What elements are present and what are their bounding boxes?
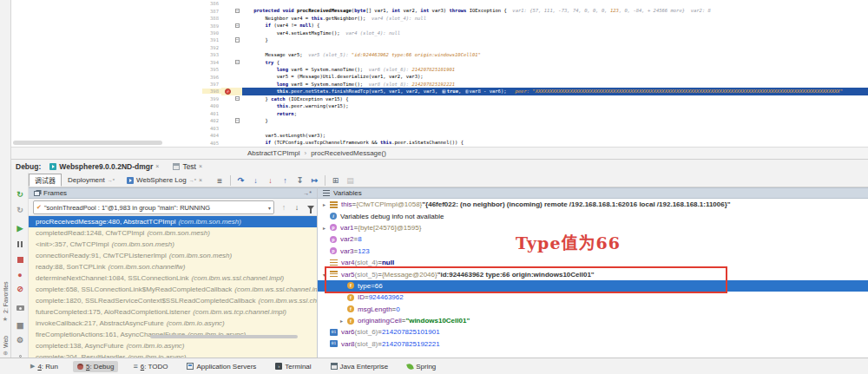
- variable-row[interactable]: fID = 924463962: [318, 292, 868, 303]
- thread-dropdown[interactable]: ✔ "sonInThreadPool : 1"@1,983 in group "…: [33, 200, 274, 214]
- mute-breakpoints-button[interactable]: ⊘: [13, 283, 27, 295]
- frame-row[interactable]: connectionReady:91, CfwTCPListenerImpl(c…: [29, 250, 317, 261]
- code-line[interactable]: 396 var5 = (Message)Util.deserialize(var…: [202, 73, 868, 80]
- next-frame-icon[interactable]: ↓: [291, 201, 303, 213]
- line-number[interactable]: 402: [202, 118, 221, 123]
- code-line[interactable]: 401 return;: [202, 110, 868, 117]
- frame-row[interactable]: complete:1820, SSLReadServiceContext$SSL…: [29, 295, 317, 306]
- variable-row[interactable]: ftype = 66: [318, 280, 868, 292]
- expand-chevron-icon[interactable]: ▾: [323, 272, 330, 278]
- line-number[interactable]: 392: [202, 45, 221, 50]
- line-number[interactable]: 403: [202, 126, 221, 131]
- code-line[interactable]: 393 Message var5; var5 (slot_5): "id:924…: [202, 51, 868, 58]
- code-line[interactable]: 389− if (var4 != null) {: [202, 22, 868, 29]
- toolwindow-button-application-servers[interactable]: Application Servers: [182, 361, 260, 372]
- run-to-cursor-icon[interactable]: ↦: [307, 174, 322, 187]
- code-line[interactable]: 399− } catch (IOException var15) {: [202, 95, 868, 102]
- line-number[interactable]: 401: [202, 111, 221, 116]
- variable-row[interactable]: ▸this = {CfwTCPImpl@1058} "{46fef022: (n…: [318, 199, 868, 210]
- variable-row[interactable]: ▸foriginatingCell = "windows10Cell01": [318, 315, 868, 326]
- layout-menu-icon[interactable]: ≡: [217, 176, 222, 186]
- code-editor[interactable]: 386387− protected void procReceivedMessa…: [202, 0, 868, 147]
- code-line[interactable]: 388 Neighbor var4 = this.getNeighbor(); …: [202, 15, 868, 22]
- fold-icon[interactable]: −: [235, 9, 240, 14]
- variable-row[interactable]: iVariables debug info not available: [318, 210, 868, 221]
- code-line[interactable]: 386: [202, 0, 868, 7]
- line-number[interactable]: 390: [202, 30, 221, 36]
- step-over-icon[interactable]: ↷: [233, 174, 248, 187]
- code-line[interactable]: 402− }: [202, 117, 868, 124]
- hide-library-frames-filter-icon[interactable]: [305, 201, 317, 213]
- line-number[interactable]: 400: [202, 103, 221, 108]
- frame-row[interactable]: complete:658, SSLConnectionLink$MyReadCo…: [29, 284, 317, 295]
- variables-panel[interactable]: ▸this = {CfwTCPImpl@1058} "{46fef022: (n…: [318, 199, 868, 358]
- sidebar-item-web[interactable]: ⊕ Web: [0, 326, 11, 356]
- line-number[interactable]: 399: [202, 96, 221, 102]
- code-line[interactable]: 390 var4.setLastMsgTime(); var4 (slot_4)…: [202, 30, 868, 36]
- rerun-secondary-button[interactable]: ↻: [13, 204, 27, 216]
- frame-row[interactable]: futureCompleted:175, AioReadCompletionLi…: [29, 306, 317, 318]
- code-line[interactable]: 398✓ this.peer.netStats.finishReadTcp(va…: [202, 88, 868, 95]
- stop-button[interactable]: [13, 253, 27, 266]
- inactive-tool-icon[interactable]: ▤: [343, 174, 358, 187]
- code-line[interactable]: 391− }: [202, 36, 868, 43]
- rerun-button[interactable]: ↻: [13, 188, 27, 200]
- close-icon[interactable]: ×: [199, 177, 202, 183]
- line-number[interactable]: 405: [202, 141, 221, 146]
- close-icon[interactable]: ×: [155, 163, 159, 169]
- tab-websphere-log[interactable]: WebSphere Log→*×: [121, 174, 208, 187]
- expand-chevron-icon[interactable]: ▸: [323, 201, 330, 207]
- frame-row[interactable]: ready:88, SonTCPLink(com.ibm.son.channel…: [29, 261, 317, 272]
- frame-row[interactable]: completedRead:1248, CfwTCPImpl(com.ibm.s…: [29, 227, 317, 239]
- code-line[interactable]: 395 long var6 = System.nanoTime(); var6 …: [202, 66, 868, 73]
- code-line[interactable]: 397 long var8 = System.nanoTime(); var8 …: [202, 81, 868, 88]
- line-number[interactable]: 395: [202, 67, 221, 72]
- close-icon[interactable]: ×: [199, 163, 202, 169]
- pause-button[interactable]: [13, 238, 27, 250]
- variable-row[interactable]: fmsgLength = 0: [318, 304, 868, 315]
- settings-button[interactable]: ⚙: [13, 334, 27, 346]
- toolwindow-button-run[interactable]: ▶4: Run: [26, 361, 62, 372]
- session-tab-test[interactable]: Test×: [173, 162, 202, 171]
- line-number[interactable]: 396: [202, 75, 221, 80]
- line-number[interactable]: 404: [202, 133, 221, 138]
- breadcrumb-class[interactable]: AbstractTCPImpl: [247, 149, 299, 157]
- previous-frame-icon[interactable]: ↑: [278, 201, 290, 213]
- step-out-icon[interactable]: ↑: [278, 174, 293, 187]
- step-into-icon[interactable]: ↓: [248, 174, 263, 187]
- frame-row[interactable]: complete:204, ResultHandler(com.ibm.io.a…: [29, 351, 317, 358]
- code-line[interactable]: 387− protected void procReceivedMessage(…: [202, 7, 868, 14]
- expand-chevron-icon[interactable]: ▸: [340, 318, 347, 324]
- line-number[interactable]: 391: [202, 37, 221, 43]
- variable-row[interactable]: 01var8 (slot_8) = 214207825192221: [318, 338, 868, 350]
- variable-row[interactable]: ▾var5 (slot_5) = {Message@2046} "id:9244…: [318, 268, 868, 279]
- toolwindow-button-java-enterprise[interactable]: Java Enterprise: [326, 361, 393, 372]
- horizontal-scrollbar[interactable]: [13, 141, 162, 145]
- code-line[interactable]: 405 if (TCPConfig.useTcpChannelFramework…: [202, 139, 868, 146]
- line-number[interactable]: 398: [202, 89, 221, 94]
- line-number[interactable]: 397: [202, 82, 221, 87]
- line-number[interactable]: 388: [202, 16, 221, 21]
- code-line[interactable]: 400 this.peer.warning(var15);: [202, 102, 868, 109]
- line-number[interactable]: 389: [202, 23, 221, 29]
- code-line[interactable]: 404 var5.setLength(var3);: [202, 132, 868, 139]
- breakpoint-icon[interactable]: ✓: [225, 89, 231, 95]
- expand-chevron-icon[interactable]: ▸: [323, 225, 330, 231]
- code-line[interactable]: 394− try {: [202, 59, 868, 66]
- frame-row[interactable]: determineNextChannel:1084, SSLConnection…: [29, 272, 317, 284]
- code-line[interactable]: 392: [202, 44, 868, 51]
- fold-icon[interactable]: −: [235, 118, 240, 123]
- toolwindow-button-terminal[interactable]: ›Terminal: [271, 361, 315, 372]
- force-step-into-icon[interactable]: ↓: [263, 174, 278, 187]
- tab-debugger[interactable]: 调试器: [29, 174, 62, 187]
- view-breakpoints-button[interactable]: ●: [13, 269, 27, 281]
- evaluate-expression-icon[interactable]: ⊞: [328, 174, 343, 187]
- line-number[interactable]: 393: [202, 52, 221, 57]
- fold-icon[interactable]: −: [235, 37, 240, 43]
- line-number[interactable]: 394: [202, 60, 221, 65]
- variable-row[interactable]: var4 (slot_4) = null: [318, 257, 868, 268]
- line-number[interactable]: 387: [202, 9, 221, 14]
- line-number[interactable]: 386: [202, 1, 221, 6]
- drop-frame-icon[interactable]: ↧: [293, 174, 307, 187]
- code-line[interactable]: 403: [202, 124, 868, 131]
